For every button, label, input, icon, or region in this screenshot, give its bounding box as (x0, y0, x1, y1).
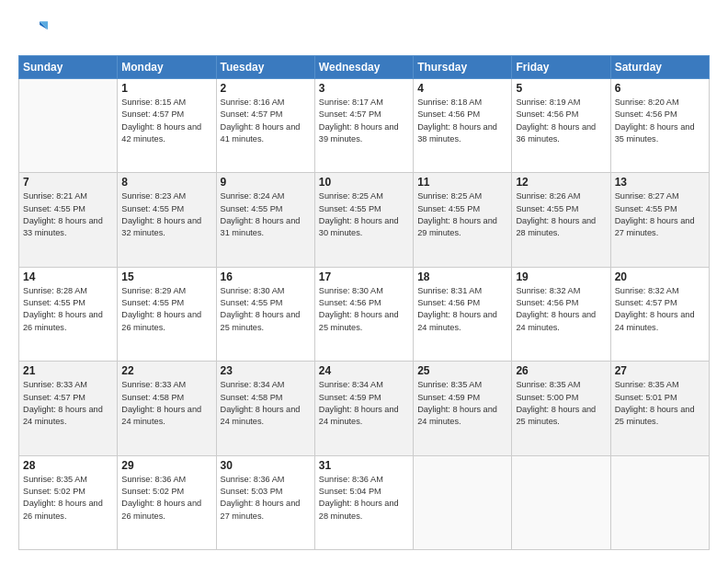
day-info: Sunrise: 8:33 AMSunset: 4:58 PMDaylight:… (121, 379, 211, 428)
day-number: 8 (121, 176, 211, 189)
weekday-header-tuesday: Tuesday (216, 56, 314, 79)
day-info: Sunrise: 8:26 AMSunset: 4:55 PMDaylight:… (516, 190, 606, 239)
calendar-cell: 19Sunrise: 8:32 AMSunset: 4:56 PMDayligh… (512, 267, 610, 361)
day-number: 5 (516, 82, 606, 95)
day-info: Sunrise: 8:31 AMSunset: 4:56 PMDaylight:… (417, 285, 507, 334)
calendar-cell: 6Sunrise: 8:20 AMSunset: 4:56 PMDaylight… (610, 79, 709, 173)
weekday-header-thursday: Thursday (414, 56, 512, 79)
day-info: Sunrise: 8:36 AMSunset: 5:02 PMDaylight:… (121, 474, 211, 523)
day-info: Sunrise: 8:35 AMSunset: 4:59 PMDaylight:… (417, 379, 507, 428)
calendar-cell: 4Sunrise: 8:18 AMSunset: 4:56 PMDaylight… (414, 79, 512, 173)
day-number: 18 (417, 270, 507, 283)
day-info: Sunrise: 8:18 AMSunset: 4:56 PMDaylight:… (417, 97, 507, 145)
calendar-cell: 14Sunrise: 8:28 AMSunset: 4:55 PMDayligh… (19, 267, 118, 361)
day-info: Sunrise: 8:15 AMSunset: 4:57 PMDaylight:… (121, 97, 211, 145)
calendar-cell: 23Sunrise: 8:34 AMSunset: 4:58 PMDayligh… (216, 362, 314, 455)
day-info: Sunrise: 8:27 AMSunset: 4:55 PMDaylight:… (615, 190, 705, 239)
calendar-cell: 28Sunrise: 8:35 AMSunset: 5:02 PMDayligh… (19, 455, 118, 549)
calendar-cell: 26Sunrise: 8:35 AMSunset: 5:00 PMDayligh… (512, 362, 610, 455)
day-info: Sunrise: 8:20 AMSunset: 4:56 PMDaylight:… (615, 97, 705, 145)
calendar-cell: 18Sunrise: 8:31 AMSunset: 4:56 PMDayligh… (414, 267, 512, 361)
day-number: 29 (121, 459, 211, 472)
day-number: 25 (417, 364, 507, 377)
header (18, 17, 710, 46)
calendar-cell: 8Sunrise: 8:23 AMSunset: 4:55 PMDaylight… (118, 173, 216, 267)
calendar-cell: 20Sunrise: 8:32 AMSunset: 4:57 PMDayligh… (610, 267, 709, 361)
calendar-cell: 27Sunrise: 8:35 AMSunset: 5:01 PMDayligh… (610, 362, 709, 455)
calendar-cell: 9Sunrise: 8:24 AMSunset: 4:55 PMDaylight… (216, 173, 314, 267)
calendar-cell: 3Sunrise: 8:17 AMSunset: 4:57 PMDaylight… (314, 79, 413, 173)
day-number: 24 (319, 364, 409, 377)
calendar-cell: 10Sunrise: 8:25 AMSunset: 4:55 PMDayligh… (314, 173, 413, 267)
calendar-cell: 1Sunrise: 8:15 AMSunset: 4:57 PMDaylight… (118, 79, 216, 173)
day-info: Sunrise: 8:21 AMSunset: 4:55 PMDaylight:… (23, 190, 113, 239)
day-number: 16 (221, 270, 311, 283)
day-info: Sunrise: 8:24 AMSunset: 4:55 PMDaylight:… (221, 190, 311, 239)
calendar-cell: 11Sunrise: 8:25 AMSunset: 4:55 PMDayligh… (414, 173, 512, 267)
day-number: 13 (615, 176, 705, 189)
day-info: Sunrise: 8:30 AMSunset: 4:56 PMDaylight:… (319, 285, 409, 334)
calendar-cell: 16Sunrise: 8:30 AMSunset: 4:55 PMDayligh… (216, 267, 314, 361)
day-number: 22 (121, 364, 211, 377)
weekday-header-sunday: Sunday (19, 56, 118, 79)
day-info: Sunrise: 8:19 AMSunset: 4:56 PMDaylight:… (516, 97, 606, 145)
day-number: 27 (615, 364, 705, 377)
day-number: 1 (121, 82, 211, 95)
day-number: 10 (319, 176, 409, 189)
day-info: Sunrise: 8:36 AMSunset: 5:04 PMDaylight:… (319, 474, 409, 523)
calendar-cell: 21Sunrise: 8:33 AMSunset: 4:57 PMDayligh… (19, 362, 118, 455)
calendar-cell: 29Sunrise: 8:36 AMSunset: 5:02 PMDayligh… (118, 455, 216, 549)
day-info: Sunrise: 8:17 AMSunset: 4:57 PMDaylight:… (319, 97, 409, 145)
day-number: 19 (516, 270, 606, 283)
day-number: 20 (615, 270, 705, 283)
day-number: 21 (23, 364, 113, 377)
calendar-cell: 13Sunrise: 8:27 AMSunset: 4:55 PMDayligh… (610, 173, 709, 267)
calendar-cell: 2Sunrise: 8:16 AMSunset: 4:57 PMDaylight… (216, 79, 314, 173)
day-number: 3 (319, 82, 409, 95)
day-number: 15 (121, 270, 211, 283)
day-info: Sunrise: 8:35 AMSunset: 5:02 PMDaylight:… (23, 474, 113, 523)
day-info: Sunrise: 8:36 AMSunset: 5:03 PMDaylight:… (221, 474, 311, 523)
calendar-cell: 17Sunrise: 8:30 AMSunset: 4:56 PMDayligh… (314, 267, 413, 361)
day-info: Sunrise: 8:16 AMSunset: 4:57 PMDaylight:… (221, 97, 311, 145)
day-info: Sunrise: 8:25 AMSunset: 4:55 PMDaylight:… (319, 190, 409, 239)
calendar-cell: 31Sunrise: 8:36 AMSunset: 5:04 PMDayligh… (314, 455, 413, 549)
day-info: Sunrise: 8:28 AMSunset: 4:55 PMDaylight:… (23, 285, 113, 334)
calendar-cell (414, 455, 512, 549)
calendar-cell: 5Sunrise: 8:19 AMSunset: 4:56 PMDaylight… (512, 79, 610, 173)
day-number: 2 (221, 82, 311, 95)
day-number: 26 (516, 364, 606, 377)
calendar-cell: 30Sunrise: 8:36 AMSunset: 5:03 PMDayligh… (216, 455, 314, 549)
day-number: 23 (221, 364, 311, 377)
calendar-cell: 15Sunrise: 8:29 AMSunset: 4:55 PMDayligh… (118, 267, 216, 361)
weekday-header-friday: Friday (512, 56, 610, 79)
calendar-cell (610, 455, 709, 549)
day-number: 6 (615, 82, 705, 95)
day-info: Sunrise: 8:32 AMSunset: 4:57 PMDaylight:… (615, 285, 705, 334)
calendar-cell: 25Sunrise: 8:35 AMSunset: 4:59 PMDayligh… (414, 362, 512, 455)
day-number: 28 (23, 459, 113, 472)
page: SundayMondayTuesdayWednesdayThursdayFrid… (0, 0, 728, 563)
weekday-header-wednesday: Wednesday (314, 56, 413, 79)
day-number: 12 (516, 176, 606, 189)
day-number: 11 (417, 176, 507, 189)
day-number: 17 (319, 270, 409, 283)
day-info: Sunrise: 8:34 AMSunset: 4:58 PMDaylight:… (221, 379, 311, 428)
day-info: Sunrise: 8:23 AMSunset: 4:55 PMDaylight:… (121, 190, 211, 239)
calendar-cell: 12Sunrise: 8:26 AMSunset: 4:55 PMDayligh… (512, 173, 610, 267)
calendar-table: SundayMondayTuesdayWednesdayThursdayFrid… (18, 55, 710, 550)
day-number: 30 (221, 459, 311, 472)
day-number: 7 (23, 176, 113, 189)
day-info: Sunrise: 8:29 AMSunset: 4:55 PMDaylight:… (121, 285, 211, 334)
calendar-cell (19, 79, 118, 173)
day-info: Sunrise: 8:34 AMSunset: 4:59 PMDaylight:… (319, 379, 409, 428)
day-info: Sunrise: 8:33 AMSunset: 4:57 PMDaylight:… (23, 379, 113, 428)
day-info: Sunrise: 8:35 AMSunset: 5:01 PMDaylight:… (615, 379, 705, 428)
calendar-cell: 24Sunrise: 8:34 AMSunset: 4:59 PMDayligh… (314, 362, 413, 455)
day-info: Sunrise: 8:32 AMSunset: 4:56 PMDaylight:… (516, 285, 606, 334)
day-info: Sunrise: 8:25 AMSunset: 4:55 PMDaylight:… (417, 190, 507, 239)
day-info: Sunrise: 8:35 AMSunset: 5:00 PMDaylight:… (516, 379, 606, 428)
logo-icon (18, 17, 48, 46)
calendar-cell: 22Sunrise: 8:33 AMSunset: 4:58 PMDayligh… (118, 362, 216, 455)
day-number: 31 (319, 459, 409, 472)
